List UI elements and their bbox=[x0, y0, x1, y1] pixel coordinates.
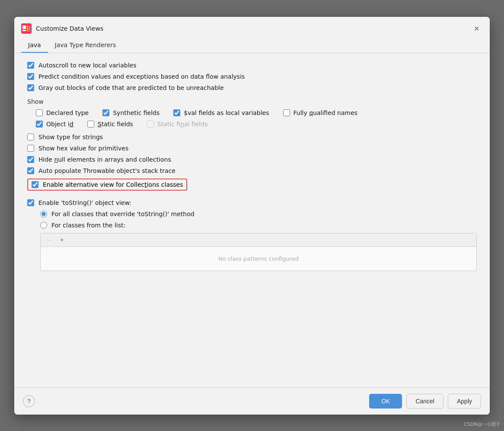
add-button[interactable]: ＋ bbox=[56, 235, 67, 245]
show-type-strings-checkbox[interactable] bbox=[27, 134, 34, 140]
customize-data-views-dialog: Customize Data Views ✕ Java Java Type Re… bbox=[14, 17, 490, 415]
enable-alt-view-checkbox[interactable] bbox=[32, 181, 38, 188]
fully-qualified-cell: Fully qualified names bbox=[283, 109, 358, 116]
svg-rect-3 bbox=[29, 26, 30, 32]
enable-tostring-row: Enable 'toString()' object view: bbox=[27, 199, 477, 206]
fully-qualified-checkbox[interactable] bbox=[283, 109, 290, 116]
auto-populate-row: Auto populate Throwable object's stack t… bbox=[27, 167, 477, 174]
remove-button[interactable]: − bbox=[44, 236, 53, 244]
predict-row: Predict condition values and exceptions … bbox=[27, 73, 477, 80]
tabs-bar: Java Java Type Renderers bbox=[14, 38, 490, 53]
hide-null-label[interactable]: Hide null elements in arrays and collect… bbox=[38, 156, 171, 163]
synthetic-fields-cell: Synthetic fields bbox=[102, 109, 159, 116]
for-all-classes-row: For all classes that override 'toString(… bbox=[40, 211, 477, 217]
show-hex-row: Show hex value for primitives bbox=[27, 145, 477, 152]
autoscroll-checkbox[interactable] bbox=[27, 62, 34, 69]
show-section-label: Show bbox=[27, 98, 477, 105]
auto-populate-checkbox[interactable] bbox=[27, 167, 34, 174]
radio-group: For all classes that override 'toString(… bbox=[40, 211, 477, 229]
svg-rect-4 bbox=[22, 26, 26, 29]
static-fields-cell: Static fields bbox=[87, 121, 133, 128]
autoscroll-row: Autoscroll to new local variables bbox=[27, 62, 477, 69]
watermark: CSDN@~小团子 bbox=[464, 421, 501, 428]
highlight-box: Enable alternative view for Collections … bbox=[27, 179, 187, 191]
svg-rect-1 bbox=[22, 30, 26, 31]
predict-checkbox[interactable] bbox=[27, 73, 34, 80]
show-hex-label[interactable]: Show hex value for primitives bbox=[38, 145, 128, 152]
object-id-cell: Object id bbox=[36, 121, 73, 128]
help-button[interactable]: ? bbox=[23, 395, 35, 407]
val-fields-cell: $val fields as local variables bbox=[173, 109, 269, 116]
declared-type-checkbox[interactable] bbox=[36, 109, 43, 116]
synthetic-fields-checkbox[interactable] bbox=[102, 109, 109, 116]
val-fields-checkbox[interactable] bbox=[173, 109, 180, 116]
enable-alt-view-label[interactable]: Enable alternative view for Collections … bbox=[43, 181, 183, 188]
list-toolbar: − ＋ bbox=[41, 233, 476, 247]
content-area: Autoscroll to new local variables Predic… bbox=[14, 53, 490, 387]
title-bar-left: Customize Data Views bbox=[21, 23, 103, 34]
declared-type-cell: Declared type bbox=[36, 109, 89, 116]
hide-null-row: Hide null elements in arrays and collect… bbox=[27, 156, 477, 163]
svg-rect-2 bbox=[27, 26, 28, 32]
val-fields-label[interactable]: $val fields as local variables bbox=[184, 109, 269, 116]
for-all-classes-radio[interactable] bbox=[40, 211, 47, 217]
static-final-fields-cell: Static final fields bbox=[147, 121, 208, 128]
close-button[interactable]: ✕ bbox=[470, 23, 483, 35]
gray-out-row: Gray out blocks of code that are predict… bbox=[27, 84, 477, 91]
ok-button[interactable]: OK bbox=[369, 394, 402, 409]
static-fields-checkbox[interactable] bbox=[87, 121, 94, 128]
class-patterns-list: − ＋ No class patterns configured bbox=[40, 233, 477, 271]
predict-label[interactable]: Predict condition values and exceptions … bbox=[38, 73, 245, 80]
show-type-strings-label[interactable]: Show type for strings bbox=[38, 134, 103, 140]
hide-null-checkbox[interactable] bbox=[27, 156, 34, 163]
static-final-fields-label: Static final fields bbox=[157, 121, 208, 128]
static-final-fields-checkbox[interactable] bbox=[147, 121, 154, 128]
tab-java[interactable]: Java bbox=[21, 38, 48, 53]
apply-button[interactable]: Apply bbox=[448, 394, 481, 409]
show-hex-checkbox[interactable] bbox=[27, 145, 34, 152]
show-type-strings-row: Show type for strings bbox=[27, 134, 477, 140]
auto-populate-label[interactable]: Auto populate Throwable object's stack t… bbox=[38, 167, 175, 174]
enable-alt-view-row: Enable alternative view for Collections … bbox=[27, 179, 477, 195]
for-classes-list-row: For classes from the list: bbox=[40, 222, 477, 229]
synthetic-fields-label[interactable]: Synthetic fields bbox=[113, 109, 159, 116]
declared-type-label[interactable]: Declared type bbox=[46, 109, 89, 116]
bottom-bar: ? OK Cancel Apply bbox=[14, 387, 490, 415]
dialog-title: Customize Data Views bbox=[36, 25, 103, 32]
enable-tostring-label[interactable]: Enable 'toString()' object view: bbox=[38, 199, 131, 206]
gray-out-checkbox[interactable] bbox=[27, 84, 34, 91]
object-id-label[interactable]: Object id bbox=[46, 121, 73, 128]
tab-java-type-renderers[interactable]: Java Type Renderers bbox=[48, 38, 123, 53]
app-icon bbox=[21, 23, 32, 34]
gray-out-label[interactable]: Gray out blocks of code that are predict… bbox=[38, 84, 224, 91]
enable-tostring-checkbox[interactable] bbox=[27, 199, 34, 206]
static-fields-label[interactable]: Static fields bbox=[98, 121, 133, 128]
for-all-classes-label[interactable]: For all classes that override 'toString(… bbox=[51, 211, 195, 217]
title-bar: Customize Data Views ✕ bbox=[14, 17, 490, 35]
autoscroll-label[interactable]: Autoscroll to new local variables bbox=[38, 62, 136, 69]
for-classes-list-label[interactable]: For classes from the list: bbox=[51, 222, 125, 229]
fully-qualified-label[interactable]: Fully qualified names bbox=[293, 109, 358, 116]
object-id-checkbox[interactable] bbox=[36, 121, 43, 128]
action-buttons: OK Cancel Apply bbox=[369, 394, 481, 409]
cancel-button[interactable]: Cancel bbox=[406, 394, 443, 409]
list-empty-text: No class patterns configured bbox=[41, 247, 476, 271]
for-classes-list-radio[interactable] bbox=[40, 222, 47, 229]
